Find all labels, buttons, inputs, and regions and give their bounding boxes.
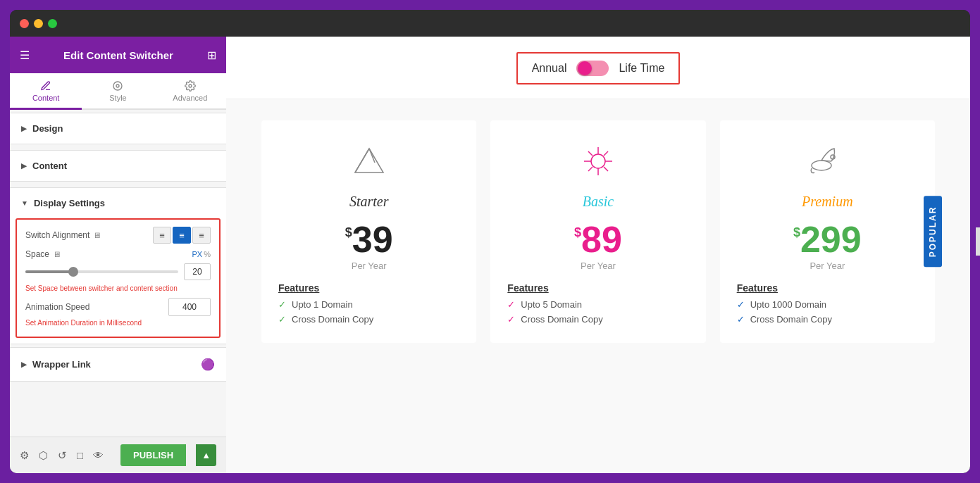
tab-style[interactable]: Style xyxy=(82,73,154,110)
premium-feature-2-text: Cross Domain Copy xyxy=(750,314,832,325)
premium-price: 299 xyxy=(800,221,862,258)
svg-line-14 xyxy=(588,167,593,171)
premium-features: Features ✓ Upto 1000 Domain ✓ Cross Doma… xyxy=(737,282,918,329)
premium-dollar: $ xyxy=(793,225,800,240)
sidebar: ☰ Edit Content Switcher ⊞ Content Style xyxy=(10,37,226,473)
hamburger-icon[interactable]: ☰ xyxy=(20,49,30,62)
design-label: Design xyxy=(32,123,63,134)
check-icon: ✓ xyxy=(278,299,286,310)
check-icon-2: ✓ xyxy=(278,314,286,325)
wrapper-link-label: Wrapper Link xyxy=(32,359,91,370)
premium-icon xyxy=(806,142,848,187)
tab-style-label: Style xyxy=(109,94,126,102)
svg-point-6 xyxy=(591,154,605,168)
display-settings-section: ▼ Display Settings Switch Alignment 🖥 ≡ … xyxy=(10,187,226,344)
check-icon-3: ✓ xyxy=(507,299,515,310)
svg-line-5 xyxy=(369,149,375,163)
svg-line-4 xyxy=(355,149,369,172)
premium-features-title: Features xyxy=(737,282,918,294)
publish-dropdown-button[interactable]: ▲ xyxy=(196,444,216,466)
animation-speed-label: Animation Speed xyxy=(25,302,168,312)
starter-features-title: Features xyxy=(278,282,459,294)
space-slider[interactable] xyxy=(25,270,178,273)
align-center-button[interactable]: ≡ xyxy=(173,227,191,244)
starter-features: Features ✓ Upto 1 Domain ✓ Cross Domain … xyxy=(278,282,459,329)
device-icon[interactable]: □ xyxy=(77,449,83,461)
content-section: ▶ Content xyxy=(10,150,226,182)
sidebar-footer: ⚙ ⬡ ↺ □ 👁 PUBLISH ▲ xyxy=(10,437,226,473)
switcher-bar: Annual Life Time xyxy=(226,37,970,99)
layers-icon[interactable]: ⬡ xyxy=(39,449,48,462)
annual-label: Annual xyxy=(532,62,567,75)
display-settings-header[interactable]: ▼ Display Settings xyxy=(10,188,226,218)
svg-point-0 xyxy=(116,84,119,87)
tab-advanced-label: Advanced xyxy=(173,94,207,102)
space-label: Space 🖥 xyxy=(25,249,192,259)
starter-price: 39 xyxy=(352,221,393,258)
basic-feature-2-text: Cross Domain Copy xyxy=(521,314,602,325)
popular-badge: POPULAR xyxy=(924,196,942,268)
check-icon-5: ✓ xyxy=(737,299,745,310)
switch-alignment-label: Switch Alignment 🖥 xyxy=(25,230,153,240)
animation-speed-row: Animation Speed 400 xyxy=(25,298,211,316)
starter-feature-2: ✓ Cross Domain Copy xyxy=(278,314,459,325)
minimize-button[interactable] xyxy=(34,19,43,28)
check-icon-4: ✓ xyxy=(507,314,515,325)
starter-feature-1-text: Upto 1 Domain xyxy=(292,299,353,310)
starter-card: Starter $ 39 Per Year Features ✓ Upto 1 … xyxy=(261,120,476,343)
tab-advanced[interactable]: Advanced xyxy=(154,73,226,110)
switch-alignment-row: Switch Alignment 🖥 ≡ ≡ ≡ xyxy=(25,227,211,244)
grid-icon[interactable]: ⊞ xyxy=(207,49,216,62)
animation-hint-text: Set Animation Duration in Millisecond xyxy=(25,319,211,327)
starter-price-row: $ 39 xyxy=(345,221,393,258)
basic-per-year: Per Year xyxy=(581,261,616,271)
premium-plan-name: Premium xyxy=(802,194,853,210)
sidebar-header: ☰ Edit Content Switcher ⊞ xyxy=(10,37,226,73)
slider-thumb[interactable] xyxy=(68,267,78,277)
sidebar-tabs: Content Style Advanced xyxy=(10,73,226,110)
content-section-header[interactable]: ▶ Content xyxy=(10,151,226,181)
wrapper-link-section[interactable]: ▶ Wrapper Link 🟣 xyxy=(10,347,226,382)
tab-content[interactable]: Content xyxy=(10,73,82,110)
px-control[interactable]: PX % xyxy=(192,250,211,258)
basic-plan-name: Basic xyxy=(583,194,614,210)
toggle-switch[interactable] xyxy=(576,61,609,76)
wrapper-link-icon: 🟣 xyxy=(201,358,215,371)
publish-button[interactable]: PUBLISH xyxy=(120,444,186,466)
history-icon[interactable]: ↺ xyxy=(58,449,67,462)
align-left-button[interactable]: ≡ xyxy=(153,227,171,244)
slider-row: 20 xyxy=(25,263,211,280)
premium-price-row: $ 299 xyxy=(793,221,862,258)
pricing-grid: Starter $ 39 Per Year Features ✓ Upto 1 … xyxy=(226,99,970,357)
display-settings-arrow-icon: ▼ xyxy=(21,199,28,207)
starter-per-year: Per Year xyxy=(352,261,387,271)
eye-icon[interactable]: 👁 xyxy=(93,449,104,461)
align-right-button[interactable]: ≡ xyxy=(192,227,211,244)
settings-icon[interactable]: ⚙ xyxy=(20,449,29,462)
lifetime-label: Life Time xyxy=(619,62,664,75)
starter-dollar: $ xyxy=(345,225,352,240)
slider-value-display[interactable]: 20 xyxy=(184,263,211,280)
main-content: Annual Life Time xyxy=(226,37,970,473)
app-window: ☰ Edit Content Switcher ⊞ Content Style xyxy=(10,10,970,473)
premium-per-year: Per Year xyxy=(810,261,845,271)
starter-icon xyxy=(348,142,390,187)
basic-price-row: $ 89 xyxy=(574,221,622,258)
basic-features-title: Features xyxy=(507,282,688,294)
animation-speed-input[interactable]: 400 xyxy=(168,298,211,316)
app-body: ☰ Edit Content Switcher ⊞ Content Style xyxy=(10,37,970,473)
space-monitor-icon: 🖥 xyxy=(53,250,61,258)
titlebar xyxy=(10,10,970,37)
svg-line-13 xyxy=(604,151,608,156)
premium-feature-1: ✓ Upto 1000 Domain xyxy=(737,299,918,310)
maximize-button[interactable] xyxy=(48,19,57,28)
toggle-knob xyxy=(578,61,592,75)
basic-dollar: $ xyxy=(574,225,581,240)
close-button[interactable] xyxy=(20,19,29,28)
svg-point-2 xyxy=(189,84,192,87)
alignment-buttons: ≡ ≡ ≡ xyxy=(153,227,211,244)
check-icon-6: ✓ xyxy=(737,314,745,325)
premium-card: Premium $ 299 Per Year Features ✓ Upto 1… xyxy=(720,120,935,343)
content-section-label: Content xyxy=(32,161,67,171)
design-section-header[interactable]: ▶ Design xyxy=(10,113,226,144)
